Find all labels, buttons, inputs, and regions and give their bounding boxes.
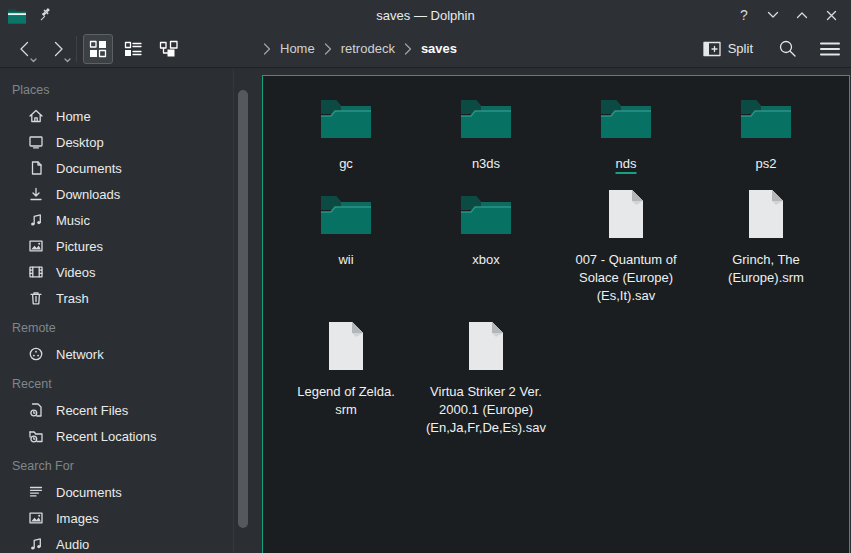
folder-view[interactable]: gc n3ds (262, 75, 850, 553)
folder-item-wii[interactable]: wii (276, 189, 416, 269)
folder-item-xbox[interactable]: xbox (416, 189, 556, 269)
documents-icon (28, 160, 44, 176)
sidebar-item-network[interactable]: Network (0, 341, 256, 367)
file-label: n3ds (472, 155, 500, 173)
network-icon (28, 346, 44, 362)
toolbar-separator (76, 36, 77, 62)
back-button[interactable] (10, 35, 38, 63)
file-label: xbox (472, 251, 499, 269)
hamburger-menu-icon[interactable] (820, 42, 840, 56)
section-header-places: Places (0, 77, 256, 103)
folder-icon (458, 189, 514, 239)
content-area: Places Home Desktop Documents Downloads (0, 69, 851, 553)
section-header-recent: Recent (0, 371, 256, 397)
sidebar-item-documents[interactable]: Documents (0, 155, 256, 181)
pin-icon[interactable] (37, 7, 53, 23)
image-icon (28, 238, 44, 254)
file-item-virtua-striker-2[interactable]: Virtua Striker 2 Ver. 2000.1 (Europe) (E… (416, 321, 556, 437)
folder-icon (738, 93, 794, 143)
file-label: ps2 (756, 155, 777, 173)
scrollbar-thumb[interactable] (238, 90, 248, 528)
sidebar-item-label: Pictures (56, 239, 103, 254)
search-icon[interactable] (778, 39, 797, 58)
sidebar-item-label: Videos (56, 265, 96, 280)
sidebar-item-search-audio[interactable]: Audio (0, 531, 256, 553)
breadcrumb-item-saves[interactable]: saves (421, 41, 457, 56)
section-header-search-for: Search For (0, 453, 256, 479)
image-icon (28, 510, 44, 526)
file-item-legend-of-zelda[interactable]: Legend of Zelda. srm (276, 321, 416, 419)
desktop-icon (28, 134, 44, 150)
sidebar-item-recent-files[interactable]: Recent Files (0, 397, 256, 423)
folder-item-n3ds[interactable]: n3ds (416, 93, 556, 173)
sidebar-item-search-images[interactable]: Images (0, 505, 256, 531)
downloads-icon (28, 186, 44, 202)
maximize-button[interactable] (792, 5, 812, 25)
sidebar-item-label: Desktop (56, 135, 104, 150)
file-label: Virtua Striker 2 Ver. 2000.1 (Europe) (E… (426, 383, 546, 437)
document-file-icon (466, 321, 506, 371)
details-view-button[interactable] (118, 34, 148, 64)
recent-file-icon (28, 402, 44, 418)
icons-view-button[interactable] (83, 34, 113, 64)
music-note-icon (28, 212, 44, 228)
minimize-button[interactable] (763, 5, 783, 25)
breadcrumb-item-retrodeck[interactable]: retrodeck (341, 41, 395, 56)
sidebar-item-label: Documents (56, 161, 122, 176)
sidebar-item-label: Images (56, 511, 99, 526)
trash-icon (28, 290, 44, 306)
forward-button[interactable] (44, 35, 72, 63)
sidebar-item-trash[interactable]: Trash (0, 285, 256, 311)
section-header-remote: Remote (0, 315, 256, 341)
sidebar-item-label: Trash (56, 291, 89, 306)
folder-item-gc[interactable]: gc (276, 93, 416, 173)
breadcrumb: Home retrodeck saves (263, 30, 457, 67)
chevron-right-icon (404, 43, 412, 55)
chevron-right-icon (263, 43, 271, 55)
split-view-icon (703, 41, 721, 57)
sidebar-item-videos[interactable]: Videos (0, 259, 256, 285)
document-file-icon (326, 321, 366, 371)
toolbar: Home retrodeck saves Split (0, 30, 851, 68)
file-label: 007 - Quantum of Solace (Europe) (Es,It)… (575, 251, 676, 305)
split-button[interactable]: Split (703, 41, 753, 57)
file-label: gc (339, 155, 353, 173)
tree-view-button[interactable] (153, 34, 183, 64)
file-label: nds (616, 155, 637, 173)
sidebar-item-label: Audio (56, 537, 89, 552)
back-history-chevron-down-icon[interactable] (30, 58, 37, 63)
forward-history-chevron-down-icon[interactable] (64, 58, 71, 63)
file-item-007-quantum-of-solace[interactable]: 007 - Quantum of Solace (Europe) (Es,It)… (556, 189, 696, 305)
file-grid: gc n3ds (263, 76, 849, 437)
sidebar-item-label: Network (56, 347, 104, 362)
sidebar-item-desktop[interactable]: Desktop (0, 129, 256, 155)
dolphin-app-icon (7, 7, 27, 24)
sidebar-item-pictures[interactable]: Pictures (0, 233, 256, 259)
sidebar-item-label: Downloads (56, 187, 120, 202)
file-label: wii (338, 251, 353, 269)
file-item-grinch-the-europe[interactable]: Grinch, The (Europe).srm (696, 189, 836, 287)
folder-icon (318, 189, 374, 239)
document-file-icon (746, 189, 786, 239)
sidebar-item-downloads[interactable]: Downloads (0, 181, 256, 207)
folder-icon (318, 93, 374, 143)
folder-item-ps2[interactable]: ps2 (696, 93, 836, 173)
sidebar-item-search-documents[interactable]: Documents (0, 479, 256, 505)
places-panel: Places Home Desktop Documents Downloads (0, 69, 256, 553)
split-button-label: Split (728, 41, 753, 56)
breadcrumb-item-home[interactable]: Home (280, 41, 315, 56)
home-icon (28, 108, 44, 124)
sidebar-item-home[interactable]: Home (0, 103, 256, 129)
sidebar-item-recent-locations[interactable]: Recent Locations (0, 423, 256, 449)
folder-icon (458, 93, 514, 143)
sidebar-item-music[interactable]: Music (0, 207, 256, 233)
folder-icon (598, 93, 654, 143)
titlebar: saves — Dolphin ? (0, 0, 851, 30)
film-icon (28, 264, 44, 280)
help-button[interactable]: ? (734, 5, 754, 25)
window-title: saves — Dolphin (0, 8, 851, 23)
close-button[interactable] (821, 5, 841, 25)
sidebar-item-label: Documents (56, 485, 122, 500)
sidebar-item-label: Music (56, 213, 90, 228)
folder-item-nds[interactable]: nds (556, 93, 696, 173)
